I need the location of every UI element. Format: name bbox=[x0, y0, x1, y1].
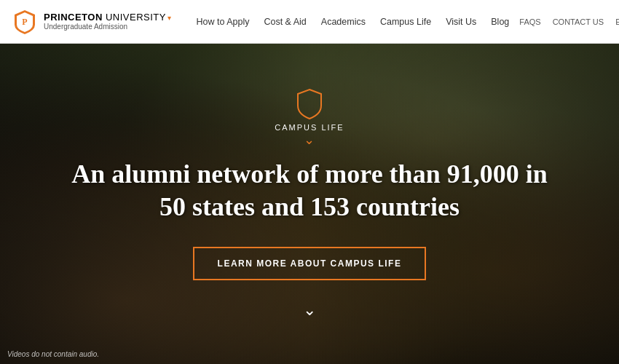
nav-link-how-to-apply[interactable]: How to Apply bbox=[189, 0, 256, 44]
nav-right-en-espanol[interactable]: EN ESPAÑOL bbox=[612, 17, 619, 26]
campus-life-shield-icon bbox=[295, 88, 324, 120]
hero-section: CAMPUS LIFE ⌄ An alumni network of more … bbox=[0, 44, 619, 364]
campus-life-section-marker: CAMPUS LIFE ⌄ bbox=[275, 88, 344, 146]
scroll-down-arrow-icon[interactable]: ⌄ bbox=[303, 301, 316, 320]
nav-link-visit-us[interactable]: Visit Us bbox=[438, 0, 484, 44]
nav-right-links: FAQSCONTACT USEN ESPAÑOL bbox=[516, 17, 619, 26]
brand-text: PRINCETON UNIVERSITY▾ Undergraduate Admi… bbox=[44, 12, 171, 32]
nav-link-blog[interactable]: Blog bbox=[484, 0, 516, 44]
campus-life-chevron-icon: ⌄ bbox=[304, 133, 315, 146]
brand-dropdown-arrow[interactable]: ▾ bbox=[167, 14, 172, 22]
campus-life-cta-button[interactable]: LEARN MORE ABOUT CAMPUS LIFE bbox=[193, 247, 427, 280]
video-disclaimer: Videos do not contain audio. bbox=[7, 350, 99, 358]
nav-link-academics[interactable]: Academics bbox=[314, 0, 373, 44]
nav-right-faqs[interactable]: FAQS bbox=[516, 17, 543, 26]
nav-link-campus-life[interactable]: Campus Life bbox=[373, 0, 438, 44]
princeton-shield-icon: P bbox=[12, 9, 38, 35]
admission-subtitle: Undergraduate Admission bbox=[44, 23, 171, 31]
nav-links: How to ApplyCost & AidAcademicsCampus Li… bbox=[189, 0, 516, 44]
hero-headline: An alumni network of more than 91,000 in… bbox=[62, 158, 557, 223]
university-name: PRINCETON UNIVERSITY▾ bbox=[44, 12, 171, 23]
nav-link-cost-aid[interactable]: Cost & Aid bbox=[256, 0, 313, 44]
navbar: P PRINCETON UNIVERSITY▾ Undergraduate Ad… bbox=[0, 0, 619, 44]
campus-life-label: CAMPUS LIFE bbox=[275, 123, 344, 132]
svg-text:P: P bbox=[22, 17, 27, 27]
hero-content: CAMPUS LIFE ⌄ An alumni network of more … bbox=[0, 44, 619, 364]
brand-logo[interactable]: P PRINCETON UNIVERSITY▾ Undergraduate Ad… bbox=[12, 9, 171, 35]
nav-right-contact-us[interactable]: CONTACT US bbox=[550, 17, 607, 26]
